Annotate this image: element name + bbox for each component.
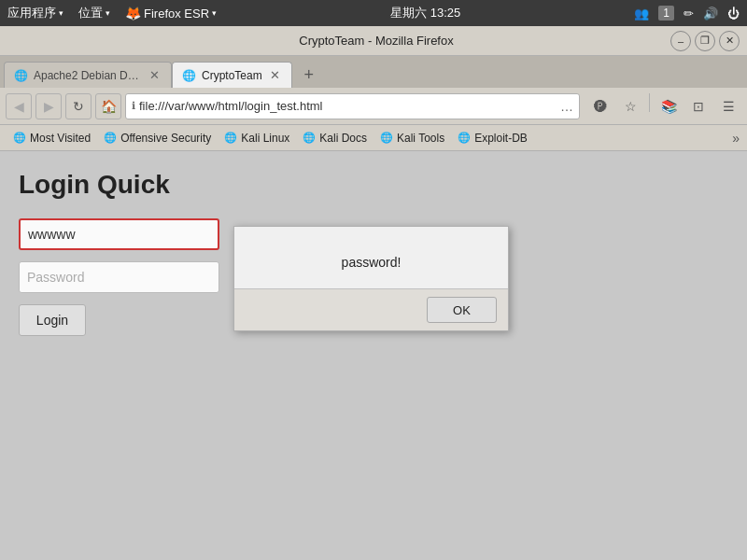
power-icon: ⏻ xyxy=(727,7,740,21)
dialog-message: password! xyxy=(342,255,402,270)
home-button[interactable]: 🏠 xyxy=(95,93,121,119)
tab-cryptoteam-favicon: 🌐 xyxy=(182,69,196,82)
dialog-body: password! xyxy=(234,227,508,288)
alert-dialog: password! OK xyxy=(233,226,509,331)
os-topbar: 应用程序 ▾ 位置 ▾ 🦊 Firefox ESR ▾ 星期六 13:25 👥 … xyxy=(0,0,747,26)
hamburger-menu-button[interactable]: ☰ xyxy=(715,93,741,119)
exploit-db-label: Exploit-DB xyxy=(474,132,528,145)
dialog-footer: OK xyxy=(234,288,508,330)
kali-tools-icon: 🌐 xyxy=(380,132,393,144)
firefox-menu[interactable]: 🦊 Firefox ESR ▾ xyxy=(125,6,217,21)
app-menu-arrow: ▾ xyxy=(59,8,63,18)
tab-apache-close[interactable]: ✕ xyxy=(148,68,162,82)
minimize-button[interactable]: – xyxy=(670,31,691,51)
exploit-db-icon: 🌐 xyxy=(458,132,471,144)
forward-button[interactable]: ▶ xyxy=(35,93,62,119)
library-button[interactable]: 📚 xyxy=(655,93,682,119)
page-title: Login Quick xyxy=(19,170,728,200)
dialog-ok-button[interactable]: OK xyxy=(427,297,497,323)
bookmark-button[interactable]: ☆ xyxy=(617,93,643,119)
kali-docs-label: Kali Docs xyxy=(319,132,367,145)
pos-menu-arrow: ▾ xyxy=(106,8,110,18)
tab-apache[interactable]: 🌐 Apache2 Debian Default Pa… ✕ xyxy=(4,62,172,88)
offensive-security-label: Offensive Security xyxy=(120,132,211,145)
bookmarks-overflow-button[interactable]: » xyxy=(732,131,740,146)
most-visited-label: Most Visited xyxy=(30,132,91,145)
bookmark-kali-tools[interactable]: 🌐 Kali Tools xyxy=(374,130,450,147)
url-lock-icon: ℹ xyxy=(132,100,135,112)
pos-menu[interactable]: 位置 ▾ xyxy=(78,5,110,21)
tab-cryptoteam[interactable]: 🌐 CryptoTeam ✕ xyxy=(172,62,292,88)
nav-separator xyxy=(649,93,650,112)
tab-apache-favicon: 🌐 xyxy=(14,69,28,82)
offensive-security-icon: 🌐 xyxy=(104,132,117,144)
people-icon: 👥 xyxy=(634,7,649,21)
pocket-button[interactable]: 🅟 xyxy=(587,93,613,119)
bookmark-most-visited[interactable]: 🌐 Most Visited xyxy=(7,130,96,147)
url-more-icon[interactable]: … xyxy=(560,99,573,114)
synced-tabs-button[interactable]: ⊡ xyxy=(685,93,712,119)
bookmarks-bar: 🌐 Most Visited 🌐 Offensive Security 🌐 Ka… xyxy=(0,125,747,151)
bookmark-offensive-security[interactable]: 🌐 Offensive Security xyxy=(98,130,217,147)
close-button[interactable]: ✕ xyxy=(719,31,740,51)
login-form: Login xyxy=(19,218,224,336)
firefox-icon: 🦊 xyxy=(125,6,141,21)
login-button[interactable]: Login xyxy=(19,304,86,336)
username-input[interactable] xyxy=(19,218,219,250)
tab-apache-label: Apache2 Debian Default Pa… xyxy=(34,69,142,82)
workspace-indicator: 1 xyxy=(658,6,674,21)
password-input[interactable] xyxy=(19,261,219,293)
datetime: 星期六 13:25 xyxy=(390,5,460,21)
kali-linux-icon: 🌐 xyxy=(224,132,237,144)
maximize-button[interactable]: ❐ xyxy=(695,31,715,51)
volume-icon: 🔊 xyxy=(703,7,718,21)
edit-icon: ✏ xyxy=(684,7,694,21)
window-title: CryptoTeam - Mozilla Firefox xyxy=(82,34,670,48)
most-visited-icon: 🌐 xyxy=(13,132,26,144)
reload-button[interactable]: ↻ xyxy=(65,93,92,119)
title-bar: CryptoTeam - Mozilla Firefox – ❐ ✕ xyxy=(0,26,747,56)
kali-linux-label: Kali Linux xyxy=(241,132,289,145)
new-tab-button[interactable]: + xyxy=(296,62,322,88)
tab-cryptoteam-close[interactable]: ✕ xyxy=(268,68,282,82)
bookmark-kali-linux[interactable]: 🌐 Kali Linux xyxy=(218,130,295,147)
url-bar[interactable]: ℹ file:///var/www/html/login_test.html … xyxy=(125,93,580,119)
back-button[interactable]: ◀ xyxy=(6,93,32,119)
app-menu[interactable]: 应用程序 ▾ xyxy=(7,5,63,21)
firefox-window: CryptoTeam - Mozilla Firefox – ❐ ✕ 🌐 Apa… xyxy=(0,26,747,560)
tab-cryptoteam-label: CryptoTeam xyxy=(202,69,262,82)
bookmark-kali-docs[interactable]: 🌐 Kali Docs xyxy=(297,130,373,147)
url-text: file:///var/www/html/login_test.html xyxy=(139,99,557,113)
kali-tools-label: Kali Tools xyxy=(397,132,444,145)
firefox-menu-arrow: ▾ xyxy=(212,8,217,18)
page-content: Login Quick Login password! OK xyxy=(0,151,747,560)
tabs-bar: 🌐 Apache2 Debian Default Pa… ✕ 🌐 CryptoT… xyxy=(0,56,747,88)
bookmark-exploit-db[interactable]: 🌐 Exploit-DB xyxy=(452,130,533,147)
nav-bar: ◀ ▶ ↻ 🏠 ℹ file:///var/www/html/login_tes… xyxy=(0,88,747,125)
kali-docs-icon: 🌐 xyxy=(303,132,316,144)
